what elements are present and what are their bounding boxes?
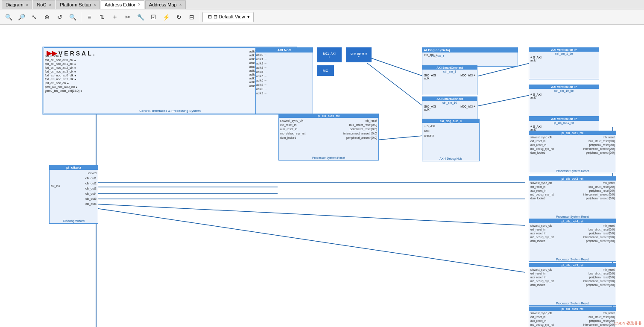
view-dropdown-icon: ⊟ (208, 14, 212, 20)
psr-right-2[interactable]: pl_clk_out2_rst slowest_sync_clk ext_res… (529, 176, 616, 219)
smartconnect-2-ports: S00_AXIaclk M00_AXI + (422, 105, 477, 111)
chevron-down-icon: ▾ (247, 14, 250, 20)
psr-main-block[interactable]: pl_clk_out6_rst slowest_sync_clk ext_res… (278, 114, 379, 161)
axi-verif-2-instance: ctrl_sm_10_tie (529, 89, 599, 93)
psr-main-title: pl_clk_out6_rst (279, 114, 378, 118)
psr-right-4-title: pl_clk_out3_rst (529, 263, 616, 267)
svg-line-12 (376, 136, 423, 140)
psr-right-2-sublabel: Processor System Reset (529, 215, 616, 218)
psr-right-1-title: pl_clk_out1_rst (529, 131, 616, 135)
psr-right-1[interactable]: pl_clk_out1_rst slowest_sync_clk ext_res… (529, 131, 616, 173)
view-dropdown[interactable]: ⊟ ⊟ Default View ▾ (202, 12, 254, 22)
find-button[interactable]: 🔍 (67, 11, 79, 23)
smartconnect-1-instance: ctrl_sm_1 (422, 70, 477, 73)
psr-main-ports: slowest_sync_clk ext_reset_in aux_reset_… (279, 118, 378, 141)
tab-address-editor-label: Address Editor (105, 2, 135, 7)
config-button[interactable]: 🔧 (135, 11, 146, 23)
psr-right-4[interactable]: pl_clk_out3_rst slowest_sync_clk ext_res… (529, 263, 616, 306)
tab-diagram-label: Diagram (6, 2, 23, 7)
axi-noc-block[interactable]: AXI NoC aclk0 → aclk1 → aclk2 → aclk3 → … (255, 47, 313, 114)
svg-line-5 (96, 204, 525, 225)
sep-1 (81, 12, 81, 22)
connect-button[interactable]: ✂ (122, 11, 134, 23)
psr-right-2-title: pl_clk_out2_rst (529, 177, 616, 181)
tab-address-editor[interactable]: Address Editor × (101, 0, 144, 9)
tab-noc-label: NoC (37, 2, 46, 7)
axi-smartconnect-1[interactable]: AXI SmartConnect ctrl_sm_1 S00_AXIaclk M… (422, 65, 477, 95)
smartconnect-1-title: AXI SmartConnect (422, 66, 477, 70)
psr-right-1-sublabel: Processor System Reset (529, 169, 616, 172)
cips-ports: pl0_resetn ● fpd_cci_noc_axi0_clk ● fpd_… (45, 54, 82, 93)
validate-button[interactable]: ☑ (147, 11, 159, 23)
axi-verif-1-title: AXI Verification IP (529, 48, 599, 52)
psr-right-3-sublabel: Processor System Reset (529, 258, 616, 261)
psr-right-5[interactable]: pl_clk_out5_rst slowest_sync_clk ext_res… (529, 307, 616, 327)
axi-verif-2[interactable]: AXI Verification IP ctrl_sm_10_tie + S_A… (529, 85, 599, 117)
sep-2 (200, 12, 200, 22)
m01-axi-block: M01_AXI+ (317, 47, 342, 62)
axi-noc-ports-left: aclk0 aclk1 aclk2 aclk3 aclk4 aclk5 aclk… (205, 50, 256, 88)
tab-bar: Diagram × NoC × Platform Setup × Address… (0, 0, 644, 9)
psr-right-5-title: pl_clk_out5_rst (529, 307, 616, 311)
psr-right-3-title: pl_clk_out4_rst (529, 219, 616, 223)
axi-verif-2-title: AXI Verification IP (529, 85, 599, 89)
clk-wizard-title: pl_clkwiz (50, 165, 98, 170)
add-ip-button[interactable]: ＋ (109, 11, 121, 23)
tab-platform-setup[interactable]: Platform Setup × (56, 0, 100, 9)
axi-debug-hub-sublabel: AXI4 Debug Hub (422, 157, 479, 160)
axi-verif-1[interactable]: AXI Verification IP ctrl_sm_1_tie + S_AX… (529, 47, 599, 79)
axi-debug-hub-block[interactable]: axi_dbg_hub_0 + S_AXI aclk aresetn AXI4 … (422, 119, 480, 161)
refresh-button[interactable]: ↺ (54, 11, 66, 23)
show-ips-button[interactable]: ⊟ (186, 11, 198, 23)
svg-line-11 (478, 95, 530, 106)
psr-right-4-ports: slowest_sync_clk ext_reset_in aux_reset_… (529, 267, 616, 287)
zoom-out-button[interactable]: 🔍 (3, 11, 15, 23)
axi-verif-1-ports: + S_AXIaclk (529, 55, 599, 62)
smartconnect-2-instance: ctrl_sm_10 (422, 101, 477, 105)
axi-debug-hub-ports: + S_AXI aclk aresetn (422, 123, 479, 139)
mc-block: MC (317, 65, 334, 76)
tab-platform-setup-close[interactable]: × (94, 3, 96, 7)
tab-noc[interactable]: NoC × (33, 0, 55, 9)
psr-right-3-ports: slowest_sync_clk ext_reset_in aux_reset_… (529, 223, 616, 243)
tab-address-editor-close[interactable]: × (138, 2, 141, 7)
tab-diagram-close[interactable]: × (26, 3, 29, 7)
view-dropdown-label: ⊟ Default View (214, 14, 245, 20)
svg-line-6 (96, 208, 525, 272)
clocking-wizard-block[interactable]: pl_clkwiz clk_in1 locked clk_out1 clk_ou… (49, 165, 98, 224)
toolbar: 🔍 🔎 ⤡ ⊕ ↺ 🔍 ≡ ⇅ ＋ ✂ 🔧 ☑ ⚡ ↻ ⊟ ⊟ ⊟ Defaul… (0, 9, 644, 25)
tab-address-map-close[interactable]: × (179, 3, 182, 7)
smartconnect-1-ports: S00_AXIaclk M00_AXI + (422, 73, 477, 80)
watermark: CSDN @柒非非 (615, 321, 642, 326)
psr-right-3[interactable]: pl_clk_out4_rst slowest_sync_clk ext_res… (529, 219, 616, 262)
tab-address-map[interactable]: Address Map × (145, 0, 186, 9)
axi-verif-3-title: AXI Verification IP (529, 117, 599, 121)
fit-button[interactable]: ⤡ (28, 11, 40, 23)
psr-right-5-ports: slowest_sync_clk ext_reset_in aux_reset_… (529, 311, 616, 327)
axi-noc-title: AXI NoC (256, 48, 313, 53)
canvas-area[interactable]: ▶▶ VERSAL. pl0_resetn ● fpd_cci_noc_axi0… (0, 25, 644, 327)
svg-line-8 (367, 57, 423, 76)
tab-platform-setup-label: Platform Setup (60, 2, 91, 7)
arrange-button[interactable]: ⇅ (96, 11, 108, 23)
axi-debug-hub-title: axi_dbg_hub_0 (422, 119, 479, 123)
regenerate-button[interactable]: ↻ (173, 11, 185, 23)
full-page-button[interactable]: ⊕ (41, 11, 53, 23)
axi-verif-1-instance: ctrl_sm_1_tie (529, 52, 599, 55)
ctrl-sm-1-label: ctrl_sm_1 (431, 55, 444, 58)
zoom-in-button[interactable]: 🔎 (15, 11, 27, 23)
psr-right-2-ports: slowest_sync_clk ext_reset_in aux_reset_… (529, 181, 616, 201)
psr-right-4-sublabel: Processor System Reset (529, 302, 616, 305)
drc-button[interactable]: ⚡ (160, 11, 172, 23)
tab-diagram[interactable]: Diagram × (2, 0, 32, 9)
axi-verif-2-ports: + S_AXIaclk (529, 93, 599, 99)
smartconnect-2-title: AXI SmartConnect (422, 97, 477, 101)
ch0-ddr4-block: CH0_DDR4_0+ (346, 47, 372, 62)
svg-line-9 (367, 63, 423, 106)
tab-address-map-label: Address Map (149, 2, 177, 7)
tab-noc-close[interactable]: × (49, 3, 51, 7)
auto-layout-button[interactable]: ≡ (83, 11, 95, 23)
clk-wizard-sublabel: Clocking Wizard (50, 219, 98, 222)
ai-engine-title: AI Engine (Beta) (422, 48, 518, 53)
psr-right-1-ports: slowest_sync_clk ext_reset_in aux_reset_… (529, 135, 616, 155)
